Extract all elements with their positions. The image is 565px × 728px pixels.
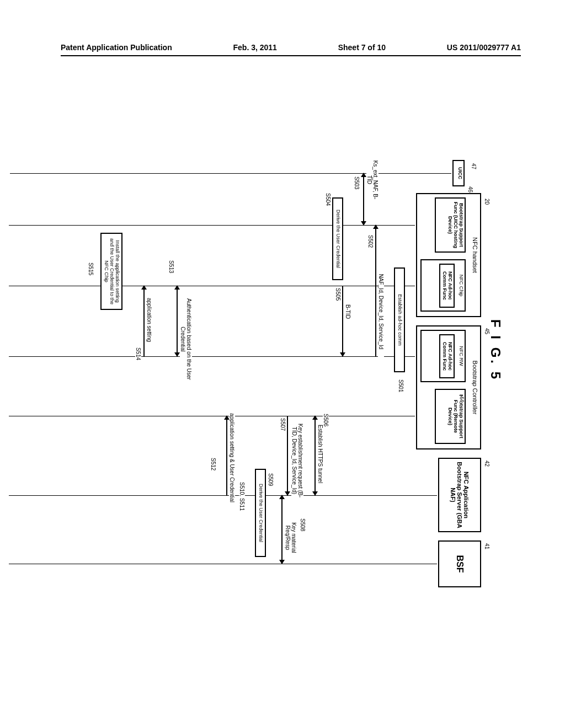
nfcfunc-box: NFC Ad-hoc Comm Func	[439, 264, 455, 308]
sheet-num: Sheet 7 of 10	[338, 43, 386, 52]
sequence-diagram: F I G. 5 UICC 47 NFC handset 20 46 Boots…	[0, 182, 487, 518]
s507-step: S507	[280, 418, 286, 431]
nfcchip-box: NFC Chip NFC Ad-hoc Comm Func	[420, 259, 466, 312]
rwfunc-box: NFC Ad-hoc Comm Func	[439, 334, 455, 378]
bsf-num: 41	[484, 543, 490, 549]
s512-step: S512	[210, 458, 216, 470]
s507-arrow	[287, 416, 289, 495]
s507-text: Key establishment request (B-TID, Device…	[291, 419, 303, 502]
s505-step: S505	[335, 288, 341, 301]
s505-text: B-TID	[345, 304, 351, 319]
s515-step: S515	[88, 263, 94, 275]
s514-step: S514	[135, 347, 141, 360]
figure-title: F I G. 5	[488, 319, 503, 381]
bsf46-box: Bootstrap Support Func (UICC hosting Dev…	[435, 197, 466, 253]
nfcrw-box: NFC RW NFC Ad-hoc Comm Func	[420, 330, 466, 382]
s503-arrow-l	[364, 173, 365, 225]
s513-arrow-l	[177, 286, 178, 356]
s509-step: S509	[268, 473, 274, 486]
naf-box: NFC Application Bootstrap Server (GBA NA…	[438, 458, 481, 532]
nfcrw-label: NFC RW	[459, 346, 464, 366]
bsf-lifeline	[9, 564, 437, 564]
naf-num: 42	[484, 461, 490, 467]
s513-text: Authentication based on the User Credent…	[180, 292, 192, 386]
nfcchip-label: NFC Chip	[459, 275, 464, 297]
s508-arrow-l	[282, 495, 283, 564]
bsf46-num: 46	[467, 186, 473, 192]
s506-arrow-l	[315, 416, 316, 495]
s508-text: Key material Req/Resp	[285, 513, 297, 563]
uicc-box: UICC	[452, 160, 465, 186]
nfcchip-lifeline	[9, 286, 415, 286]
handset-label: NFC handset	[472, 237, 478, 273]
uicc-lifeline	[10, 173, 451, 174]
controller-label: Bootstrap Controller	[472, 361, 478, 415]
uicc-num: 47	[471, 163, 477, 169]
s503-step: S503	[354, 176, 360, 189]
naf-lifeline	[9, 495, 437, 496]
bsf46-lifeline	[9, 225, 415, 226]
nfcrw-lifeline	[9, 356, 415, 357]
s502-text: NAF_Id, Device_Id, Service_Id	[378, 254, 384, 370]
s502-arrow	[376, 225, 377, 356]
s505-arrow	[343, 286, 344, 356]
s506-step: S506	[323, 414, 329, 426]
s506-text: Establish HTTPS tunnel	[317, 425, 323, 483]
s514-text: application setting	[146, 298, 152, 342]
remote-num: 44	[459, 396, 465, 402]
s509-box: Derive the User Credential	[255, 469, 266, 557]
s513-step: S513	[168, 260, 174, 273]
pub-label: Patent Application Publication	[61, 43, 172, 52]
bsf-box: BSF	[438, 540, 481, 587]
s510-arrow	[227, 416, 228, 495]
s504-box: Derive the User Credential	[332, 197, 343, 280]
s508-step: S508	[300, 518, 306, 531]
handset-num: 20	[484, 199, 490, 205]
s503-text: Ks_ext_NAF, B-TID	[366, 160, 379, 200]
controller-num: 45	[484, 328, 490, 334]
s504-step: S504	[325, 193, 331, 206]
s514-arrow	[144, 286, 145, 356]
s515-box: Install the application setting and the …	[100, 233, 122, 310]
s502-step: S502	[367, 235, 374, 248]
pub-number: US 2011/0029777 A1	[447, 43, 521, 52]
s510-step: S510, S511	[239, 482, 245, 511]
s501-box: Establish ad-hoc comm	[394, 267, 405, 372]
pub-date: Feb. 3, 2011	[233, 43, 277, 52]
s510-text: application setting & User Credential	[229, 403, 235, 513]
remote-lifeline	[9, 416, 415, 416]
s501-step: S501	[398, 379, 404, 392]
